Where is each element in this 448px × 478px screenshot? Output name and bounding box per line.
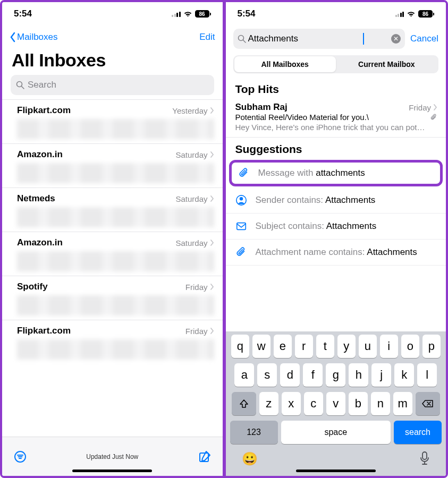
- toolbar-status: Updated Just Now: [2, 453, 223, 460]
- chevron-right-icon: [210, 328, 214, 334]
- key-a[interactable]: a: [234, 363, 254, 387]
- person-icon: [235, 194, 247, 206]
- message-row[interactable]: Flipkart.comFriday: [2, 320, 223, 364]
- chevron-right-icon: [210, 284, 214, 290]
- scope-all[interactable]: All Mailboxes: [234, 56, 336, 72]
- preview-redacted: [17, 251, 214, 271]
- suggestion-subject[interactable]: Subject contains: Attachments: [226, 214, 446, 240]
- key-n[interactable]: n: [371, 392, 390, 415]
- suggestion-attachment-name[interactable]: Attachment name contains: Attachments: [226, 240, 446, 266]
- delete-key[interactable]: [416, 392, 440, 415]
- key-c[interactable]: c: [304, 392, 323, 415]
- key-s[interactable]: s: [257, 363, 277, 387]
- message-row[interactable]: Amazon.inSaturday: [2, 143, 223, 187]
- suggestion-label: Message with: [258, 168, 316, 178]
- phone-inbox: 5:54 86 Mailboxes Edit All Inboxes: [2, 2, 224, 476]
- suggestion-sender[interactable]: Sender contains: Attachments: [226, 187, 446, 214]
- date: Saturday: [175, 194, 207, 203]
- search-text[interactable]: [246, 33, 363, 44]
- key-f[interactable]: f: [303, 363, 323, 387]
- key-u[interactable]: u: [359, 335, 377, 358]
- space-key[interactable]: space: [281, 421, 391, 444]
- chevron-right-icon: [210, 151, 214, 158]
- search-key[interactable]: search: [394, 421, 442, 444]
- statusbar: 5:54 86: [226, 2, 446, 25]
- top-hit-row[interactable]: Subham Raj Friday Potential Reel/Video M…: [226, 99, 446, 138]
- date: Yesterday: [172, 106, 207, 115]
- key-t[interactable]: t: [316, 335, 334, 358]
- key-z[interactable]: z: [259, 392, 278, 415]
- shift-key[interactable]: [232, 392, 256, 415]
- suggestion-attachments[interactable]: Message with attachments: [229, 160, 443, 186]
- preview-redacted: [17, 119, 214, 139]
- numbers-key[interactable]: 123: [230, 421, 278, 444]
- phone-search: 5:54 86 ✕ Cancel: [224, 2, 446, 476]
- scope-segmented-control[interactable]: All Mailboxes Current Mailbox: [233, 55, 439, 73]
- search-icon: [16, 81, 24, 89]
- svg-rect-11: [236, 223, 246, 230]
- wifi-icon: [183, 11, 192, 18]
- key-b[interactable]: b: [349, 392, 368, 415]
- key-e[interactable]: e: [274, 335, 292, 358]
- message-row[interactable]: NetmedsSaturday: [2, 187, 223, 232]
- wifi-icon: [407, 11, 416, 18]
- key-p[interactable]: p: [422, 335, 441, 358]
- key-d[interactable]: d: [280, 363, 300, 387]
- statusbar: 5:54 86: [2, 2, 223, 25]
- message-row[interactable]: Amazon.inSaturday: [2, 232, 223, 276]
- emoji-icon[interactable]: 😀: [242, 451, 258, 466]
- key-r[interactable]: r: [295, 335, 313, 358]
- message-row[interactable]: Flipkart.comYesterday: [2, 99, 223, 143]
- key-x[interactable]: x: [282, 392, 301, 415]
- paperclip-icon: [238, 167, 250, 179]
- scope-current[interactable]: Current Mailbox: [336, 56, 437, 72]
- key-l[interactable]: l: [417, 363, 437, 387]
- sender: Amazon.in: [17, 237, 63, 248]
- home-indicator[interactable]: [296, 470, 376, 472]
- status-time: 5:54: [238, 8, 256, 19]
- text-caret: [363, 33, 364, 45]
- svg-line-8: [243, 40, 246, 43]
- key-i[interactable]: i: [380, 335, 398, 358]
- preview-redacted: [17, 207, 214, 227]
- search-field[interactable]: Search: [11, 75, 214, 95]
- sender: Netmeds: [17, 193, 55, 204]
- search-input[interactable]: ✕: [233, 29, 405, 49]
- edit-button[interactable]: Edit: [199, 32, 215, 42]
- key-o[interactable]: o: [401, 335, 419, 358]
- sender: Spotify: [17, 281, 48, 292]
- home-indicator[interactable]: [72, 470, 152, 472]
- clear-icon[interactable]: ✕: [391, 34, 401, 44]
- key-y[interactable]: y: [337, 335, 356, 358]
- back-button[interactable]: Mailboxes: [10, 32, 58, 42]
- key-h[interactable]: h: [349, 363, 368, 387]
- svg-rect-12: [422, 452, 427, 459]
- key-k[interactable]: k: [394, 363, 414, 387]
- sender: Amazon.in: [17, 149, 63, 160]
- chevron-right-icon: [210, 195, 214, 202]
- chevron-right-icon: [210, 240, 214, 246]
- key-q[interactable]: q: [231, 335, 249, 358]
- preview-redacted: [17, 163, 214, 183]
- battery-icon: 86: [195, 10, 211, 18]
- message-list[interactable]: Flipkart.comYesterdayAmazon.inSaturdayNe…: [2, 99, 223, 437]
- top-hit-date: Friday: [409, 103, 431, 112]
- mic-icon[interactable]: [419, 451, 430, 465]
- message-row[interactable]: SpotifyFriday: [2, 276, 223, 320]
- chevron-left-icon: [10, 32, 16, 42]
- svg-point-10: [239, 197, 242, 200]
- date: Saturday: [175, 238, 207, 247]
- keyboard[interactable]: qwertyuiop asdfghjkl zxcvbnm 123 space s…: [226, 331, 446, 476]
- paperclip-icon: [235, 246, 247, 258]
- battery-icon: 86: [418, 10, 434, 18]
- sender: Flipkart.com: [17, 105, 71, 116]
- key-m[interactable]: m: [393, 392, 412, 415]
- page-title: All Inboxes: [2, 49, 223, 75]
- key-j[interactable]: j: [371, 363, 391, 387]
- key-w[interactable]: w: [252, 335, 271, 358]
- key-v[interactable]: v: [326, 392, 345, 415]
- cancel-button[interactable]: Cancel: [410, 33, 438, 44]
- key-g[interactable]: g: [326, 363, 345, 387]
- search-icon: [238, 35, 246, 43]
- cellular-icon: [395, 11, 404, 17]
